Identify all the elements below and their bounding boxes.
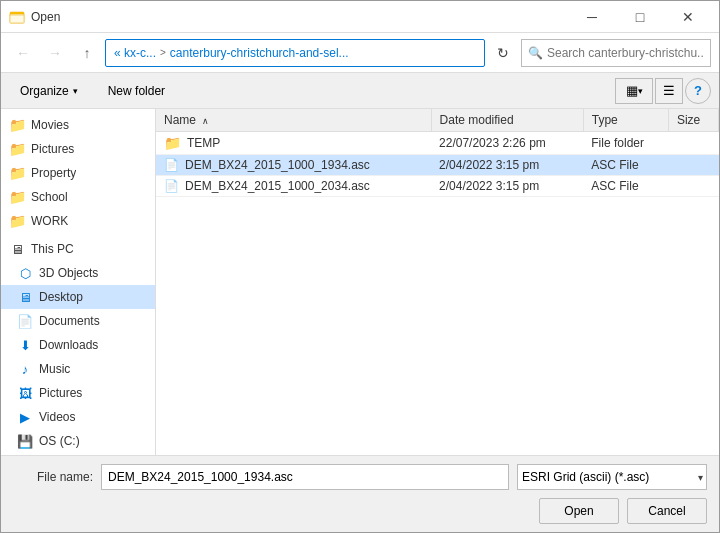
view-button[interactable]: ▦ ▾ [615, 78, 653, 104]
folder-icon: 📁 [9, 165, 25, 181]
sidebar-item-os-c[interactable]: 💾 OS (C:) [1, 429, 155, 453]
table-row[interactable]: 📄 DEM_BX24_2015_1000_1934.asc 2/04/2022 … [156, 155, 719, 176]
button-row: Open Cancel [13, 498, 707, 524]
sidebar-item-pictures[interactable]: 📁 Pictures [1, 137, 155, 161]
file-date: 2/04/2022 3:15 pm [431, 176, 583, 197]
table-row[interactable]: 📁 TEMP 22/07/2023 2:26 pm File folder [156, 132, 719, 155]
folder-icon: 📁 [9, 213, 25, 229]
filetype-select[interactable]: ESRI Grid (ascii) (*.asc) [517, 464, 707, 490]
search-input[interactable] [547, 46, 704, 60]
folder-icon: 📁 [9, 141, 25, 157]
file-type: ASC File [583, 155, 668, 176]
file-icon: 📄 [164, 179, 179, 193]
folder-icon: 📁 [9, 117, 25, 133]
sidebar-label-property: Property [31, 166, 76, 180]
title-bar: Open ─ □ ✕ [1, 1, 719, 33]
sidebar-item-3d-objects[interactable]: ⬡ 3D Objects [1, 261, 155, 285]
file-size [668, 176, 718, 197]
filename-row: File name: ESRI Grid (ascii) (*.asc) ▾ [13, 464, 707, 490]
col-date[interactable]: Date modified [431, 109, 583, 132]
col-name[interactable]: Name ∧ [156, 109, 431, 132]
file-type: ASC File [583, 176, 668, 197]
sidebar-item-pictures2[interactable]: 🖼 Pictures [1, 381, 155, 405]
sidebar-label-os-c: OS (C:) [39, 434, 80, 448]
sidebar-label-3d-objects: 3D Objects [39, 266, 98, 280]
view-icon: ▦ [626, 83, 638, 98]
drive-icon: 💾 [17, 433, 33, 449]
cancel-button[interactable]: Cancel [627, 498, 707, 524]
sidebar-label-pictures: Pictures [31, 142, 74, 156]
sidebar-item-videos[interactable]: ▶ Videos [1, 405, 155, 429]
toolbar: Organize ▾ New folder ▦ ▾ ☰ ? [1, 73, 719, 109]
col-type[interactable]: Type [583, 109, 668, 132]
layout-icon: ☰ [663, 83, 675, 98]
minimize-button[interactable]: ─ [569, 2, 615, 32]
sidebar-item-this-pc[interactable]: 🖥 This PC [1, 237, 155, 261]
dialog-title: Open [31, 10, 60, 24]
sidebar-label-videos: Videos [39, 410, 75, 424]
sidebar: 📁 Movies 📁 Pictures 📁 Property 📁 School … [1, 109, 156, 455]
sidebar-item-work[interactable]: 📁 WORK [1, 209, 155, 233]
sidebar-label-school: School [31, 190, 68, 204]
back-button[interactable]: ← [9, 39, 37, 67]
col-size[interactable]: Size [668, 109, 718, 132]
sort-icon: ∧ [202, 116, 209, 126]
sidebar-label-movies: Movies [31, 118, 69, 132]
sidebar-label-downloads: Downloads [39, 338, 98, 352]
path-end[interactable]: canterbury-christchurch-and-sel... [170, 46, 349, 60]
search-box: 🔍 [521, 39, 711, 67]
maximize-button[interactable]: □ [617, 2, 663, 32]
sidebar-label-pictures2: Pictures [39, 386, 82, 400]
close-button[interactable]: ✕ [665, 2, 711, 32]
table-row[interactable]: 📄 DEM_BX24_2015_1000_2034.asc 2/04/2022 … [156, 176, 719, 197]
sidebar-item-documents[interactable]: 📄 Documents [1, 309, 155, 333]
filename-label: File name: [13, 470, 93, 484]
sidebar-item-school[interactable]: 📁 School [1, 185, 155, 209]
sidebar-label-documents: Documents [39, 314, 100, 328]
folder-icon: 📁 [9, 189, 25, 205]
sidebar-label-music: Music [39, 362, 70, 376]
file-list: Name ∧ Date modified Type Size 📁 [156, 109, 719, 455]
file-date: 2/04/2022 3:15 pm [431, 155, 583, 176]
file-size [668, 132, 718, 155]
folder-icon: 📁 [164, 135, 181, 151]
path-arrow: > [160, 47, 166, 58]
address-bar: ← → ↑ « kx-c... > canterbury-christchurc… [1, 33, 719, 73]
sidebar-label-desktop: Desktop [39, 290, 83, 304]
address-path[interactable]: « kx-c... > canterbury-christchurch-and-… [105, 39, 485, 67]
open-button[interactable]: Open [539, 498, 619, 524]
organize-chevron-icon: ▾ [73, 86, 78, 96]
pc-icon: 🖥 [9, 241, 25, 257]
file-size [668, 155, 718, 176]
sidebar-label-this-pc: This PC [31, 242, 74, 256]
new-folder-label: New folder [108, 84, 165, 98]
svg-rect-1 [10, 14, 24, 23]
path-start[interactable]: « kx-c... [114, 46, 156, 60]
desktop-icon: 🖥 [17, 289, 33, 305]
sidebar-item-downloads[interactable]: ⬇ Downloads [1, 333, 155, 357]
organize-button[interactable]: Organize ▾ [9, 78, 89, 104]
videos-icon: ▶ [17, 409, 33, 425]
help-button[interactable]: ? [685, 78, 711, 104]
music-icon: ♪ [17, 361, 33, 377]
up-button[interactable]: ↑ [73, 39, 101, 67]
3d-objects-icon: ⬡ [17, 265, 33, 281]
sidebar-item-property[interactable]: 📁 Property [1, 161, 155, 185]
file-table: Name ∧ Date modified Type Size 📁 [156, 109, 719, 197]
filename-input[interactable] [101, 464, 509, 490]
forward-button[interactable]: → [41, 39, 69, 67]
dialog-icon [9, 9, 25, 25]
filetype-wrapper: ESRI Grid (ascii) (*.asc) ▾ [517, 464, 707, 490]
sidebar-item-movies[interactable]: 📁 Movies [1, 113, 155, 137]
file-type: File folder [583, 132, 668, 155]
layout-button[interactable]: ☰ [655, 78, 683, 104]
file-name: TEMP [187, 136, 220, 150]
sidebar-item-music[interactable]: ♪ Music [1, 357, 155, 381]
new-folder-button[interactable]: New folder [97, 78, 176, 104]
downloads-icon: ⬇ [17, 337, 33, 353]
file-date: 22/07/2023 2:26 pm [431, 132, 583, 155]
sidebar-label-work: WORK [31, 214, 68, 228]
sidebar-item-desktop[interactable]: 🖥 Desktop [1, 285, 155, 309]
organize-label: Organize [20, 84, 69, 98]
refresh-button[interactable]: ↻ [489, 39, 517, 67]
